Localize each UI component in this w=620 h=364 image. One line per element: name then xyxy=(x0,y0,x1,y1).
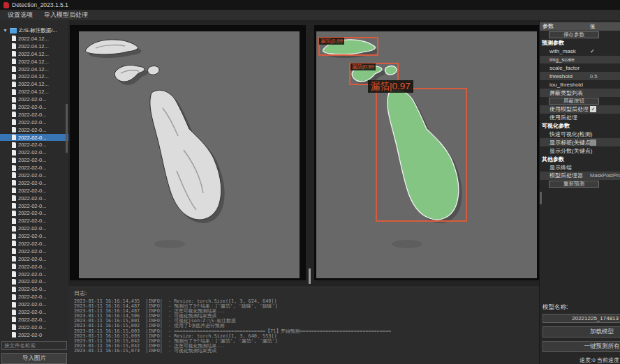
file-tree-item[interactable]: 2022.04.12... xyxy=(0,88,68,96)
param-value: MaskPostPro xyxy=(590,172,620,179)
file-tree-item[interactable]: 2022-02-0... xyxy=(0,263,68,271)
param-label: with_mask xyxy=(540,48,576,54)
file-label: 2022-02-0... xyxy=(18,104,46,110)
file-label: 2022-02-0 xyxy=(18,332,42,338)
original-image[interactable] xyxy=(79,31,300,278)
file-tree-item[interactable]: 2022-02-0... xyxy=(0,172,68,179)
file-tree-item[interactable]: 2022-02-0... xyxy=(0,209,68,217)
param-label: scale_factor xyxy=(540,65,580,71)
param-scrollbar[interactable] xyxy=(540,192,542,204)
param-row: threshold0.5 xyxy=(540,72,620,80)
file-tree-item[interactable]: 2022-02-0... xyxy=(0,195,68,202)
file-tree-item[interactable]: 2022-02-0... xyxy=(0,141,68,149)
file-label: 2022.04.12... xyxy=(18,59,49,65)
file-tree-item[interactable]: 2022-02-0... xyxy=(0,232,68,240)
file-tree-item[interactable]: 2022-02-0... xyxy=(0,103,68,111)
file-tree-item[interactable]: 2022.04.12... xyxy=(0,43,68,50)
file-tree-item[interactable]: 2022-02-0... xyxy=(0,217,68,225)
log-console[interactable]: 日志: 2023-01-11 16:16:14,435 |INFO| - Res… xyxy=(68,287,539,364)
file-tree-item[interactable]: 2022-02-0... xyxy=(0,96,68,103)
param-row: 预测参数 xyxy=(540,39,620,47)
parameter-panel: 参数 值 保存参数预测参数with_mask✓img_scalescale_fa… xyxy=(539,20,620,364)
param-button[interactable]: 重新预测 xyxy=(549,181,599,188)
file-tree-root[interactable]: ▼ Z:/S-标注数据/... xyxy=(0,26,68,35)
param-row: 显示分数(关键点) xyxy=(540,146,620,155)
param-row: 屏蔽按钮 xyxy=(540,97,620,105)
file-icon xyxy=(12,188,16,193)
file-label: 2022-02-0... xyxy=(18,225,46,232)
file-label: 2022-02-0... xyxy=(18,127,46,133)
panel-splitter-handle[interactable] xyxy=(309,268,311,284)
file-label: 2022-02-0... xyxy=(18,233,46,239)
file-tree-item[interactable]: 2022-02-0... xyxy=(0,271,68,278)
param-button[interactable]: 保存参数 xyxy=(549,31,599,38)
param-button[interactable]: 屏蔽按钮 xyxy=(549,98,599,105)
file-tree-item[interactable]: 2022-02-0... xyxy=(0,149,68,156)
file-tree-item[interactable]: 2022-02-0... xyxy=(0,316,68,324)
file-tree-item[interactable]: 2022-02-0... xyxy=(0,164,68,172)
file-tree-item[interactable]: 2022-02-0... xyxy=(0,119,68,126)
file-label: 2022-02-0... xyxy=(18,203,46,209)
file-icon xyxy=(12,74,16,79)
speed-status: 速度:0 当前速度 xyxy=(540,356,619,364)
param-value: 0.5 xyxy=(590,73,597,79)
window-title: Detection_2023.1.5.1 xyxy=(12,1,68,8)
file-tree-item[interactable]: 2022.04.12... xyxy=(0,50,68,58)
param-row: 屏蔽类型列表 xyxy=(540,89,620,97)
file-tree-item[interactable]: 2022.04.12... xyxy=(0,35,68,43)
file-tree-item[interactable]: 2022.04.12... xyxy=(0,80,68,88)
file-icon xyxy=(12,97,16,103)
param-row: 模型后处理器MaskPostPro xyxy=(540,172,620,180)
file-tree-item[interactable]: 2022-02-0... xyxy=(0,278,68,286)
checkbox-empty-icon[interactable] xyxy=(590,139,596,146)
param-label: threshold xyxy=(540,73,573,79)
menu-item-import-postprocess[interactable]: 导入模型后处理 xyxy=(38,10,94,20)
file-tree-item[interactable]: 2022-02-0... xyxy=(0,134,68,142)
param-label: 屏蔽类型列表 xyxy=(540,89,583,97)
file-icon xyxy=(12,241,16,246)
checkbox-checked-icon[interactable]: ✓ xyxy=(590,106,596,112)
file-icon xyxy=(12,150,16,156)
file-tree-item[interactable]: 2022-02-0... xyxy=(0,240,68,248)
file-tree-item[interactable]: 2022-02-0... xyxy=(0,187,68,195)
file-tree-item[interactable]: 2022-02-0... xyxy=(0,301,68,308)
file-tree-item[interactable]: 2022-02-0 xyxy=(0,331,68,339)
import-images-button[interactable]: 导入图片 xyxy=(1,353,67,364)
file-tree-item[interactable]: 2022-02-0... xyxy=(0,248,68,255)
file-icon xyxy=(12,264,16,269)
file-tree-item[interactable]: 2022-02-0... xyxy=(0,308,68,316)
file-icon xyxy=(12,294,16,300)
prediction-image[interactable]: 漏箔|0.99漏箔|0.89漏箔|0.97 xyxy=(316,31,537,278)
file-tree-item[interactable]: 2022-02-0... xyxy=(0,285,68,293)
file-icon xyxy=(12,135,16,140)
file-tree-item[interactable]: 2022-02-0... xyxy=(0,293,68,301)
file-tree-item[interactable]: 2022-02-0... xyxy=(0,179,68,187)
file-icon xyxy=(12,82,16,87)
load-model-button[interactable]: 加载模型 xyxy=(542,326,620,338)
search-input[interactable] xyxy=(1,341,67,350)
file-tree-item[interactable]: 2022-02-0... xyxy=(0,255,68,263)
root-folder-label: Z:/S-标注数据/... xyxy=(19,27,57,34)
file-tree-item[interactable]: 2022-02-0... xyxy=(0,156,68,164)
model-name-field[interactable]: 20221225_174813 xyxy=(542,314,620,323)
file-tree-item[interactable]: 2022-02-0... xyxy=(0,126,68,134)
menu-item-settings[interactable]: 设置选项 xyxy=(2,10,38,20)
file-tree-item[interactable]: 2022.04.12... xyxy=(0,73,68,80)
tree-scrollbar[interactable] xyxy=(66,104,68,153)
param-row: 使用后处理 xyxy=(540,114,620,122)
file-tree-item[interactable]: 2022.04.12... xyxy=(0,66,68,73)
file-tree-item[interactable]: 2022-02-0... xyxy=(0,111,68,119)
file-tree-item[interactable]: 2022-02-0... xyxy=(0,225,68,232)
predict-all-button[interactable]: 一键预测所有 xyxy=(542,341,620,352)
file-tree-item[interactable]: 2022-02-0... xyxy=(0,202,68,210)
param-row: img_scale xyxy=(540,56,620,64)
file-label: 2022.04.12... xyxy=(18,89,49,95)
file-icon xyxy=(12,43,16,49)
param-row: 可视化参数 xyxy=(540,122,620,130)
file-icon xyxy=(12,165,16,171)
param-label: iou_threshold xyxy=(540,82,583,88)
file-tree-item[interactable]: 2022.04.12... xyxy=(0,58,68,66)
file-icon xyxy=(12,59,16,64)
file-tree-item[interactable]: 2022-02-0... xyxy=(0,324,68,331)
file-icon xyxy=(12,234,16,239)
